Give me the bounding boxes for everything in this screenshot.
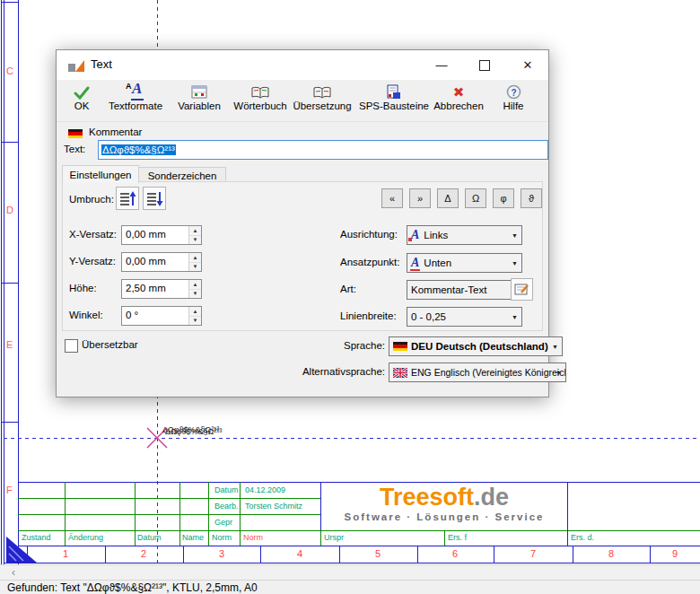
tab-einstellungen[interactable]: Einstellungen: [62, 165, 139, 183]
align-left-icon: A: [411, 229, 419, 241]
uk-flag-icon: [393, 368, 407, 378]
char-button-theta[interactable]: ϑ: [521, 188, 542, 208]
titleblock-line: [567, 482, 568, 546]
char-button-omega[interactable]: Ω: [465, 188, 486, 208]
uebersetzbar-checkbox[interactable]: [65, 339, 78, 353]
wrap-down-button[interactable]: [143, 187, 166, 210]
titleblock-line: [18, 546, 700, 546]
column-number: 7: [523, 548, 543, 559]
fold-mark-triangle: [5, 536, 38, 563]
zone-divider: [1, 2, 18, 3]
variablen-button[interactable]: Variablen: [172, 83, 226, 119]
zone-divider: [1, 422, 18, 423]
titleblock-tick: [339, 546, 340, 563]
textformate-button-label: Textformate: [109, 100, 162, 111]
y-versatz-label: Y-Versatz:: [69, 256, 116, 266]
abbrechen-button[interactable]: ✖ Abbrechen: [430, 83, 487, 119]
column-number: 8: [601, 548, 621, 559]
alternativsprache-label: Alternativsprache:: [191, 366, 385, 377]
y-versatz-value: 0,00 mm: [126, 256, 166, 266]
x-versatz-input[interactable]: 0,00 mm ▲▼: [121, 225, 202, 245]
titleblock-tick: [573, 546, 573, 563]
char-button-phi[interactable]: φ: [493, 188, 514, 208]
zone-divider: [1, 283, 18, 284]
dialog-title: Text: [91, 57, 112, 71]
dialog-toolbar: OK AA Textformate Varia: [57, 80, 548, 122]
x-versatz-value: 0,00 mm: [126, 229, 166, 240]
art-properties-button[interactable]: [511, 278, 533, 301]
sprache-dropdown[interactable]: DEU Deutsch (Deutschland) ▼: [389, 336, 563, 356]
winkel-label: Winkel:: [69, 310, 103, 320]
horizontal-scrollbar[interactable]: ‹: [0, 564, 700, 581]
alternativsprache-dropdown[interactable]: ENG Englisch (Vereinigtes Königreich) ▼: [389, 363, 566, 382]
hilfe-button[interactable]: ? Hilfe: [496, 83, 530, 119]
sprache-value: DEU Deutsch (Deutschland): [411, 341, 548, 352]
titleblock-row-value: 04.12.2009: [245, 485, 285, 494]
dialog-titlebar[interactable]: Text — ✕: [57, 50, 548, 80]
titleblock-col-label: Norm: [212, 533, 232, 542]
uebersetzung-button-label: Übersetzung: [293, 100, 351, 111]
german-flag-icon: [393, 342, 407, 351]
x-versatz-label: X-Versatz:: [69, 229, 117, 240]
ansatzpunkt-label: Ansatzpunkt:: [340, 257, 399, 267]
ansatzpunkt-dropdown[interactable]: A Unten ▼: [407, 253, 522, 273]
titleblock-col-label-norm: Norm: [243, 533, 263, 542]
linienbreite-dropdown[interactable]: 0 - 0,25 ▼: [407, 307, 522, 327]
y-versatz-input[interactable]: 0,00 mm ▲▼: [121, 252, 202, 272]
hoehe-spinner[interactable]: ▲▼: [188, 280, 201, 298]
titleblock-col-label: Ers. d.: [571, 533, 594, 542]
dictionary-book-icon: [251, 83, 269, 100]
ok-button[interactable]: OK: [64, 83, 100, 119]
linienbreite-value: 0 - 0,25: [411, 311, 446, 322]
ausrichtung-value: Links: [424, 230, 448, 240]
properties-form-icon: [514, 283, 529, 296]
sps-bausteine-button[interactable]: SPS-Bausteine: [356, 83, 432, 119]
titleblock-tick: [650, 546, 651, 563]
uebersetzung-button[interactable]: Übersetzung: [290, 83, 354, 119]
column-number: 9: [665, 548, 685, 559]
titleblock-line: [320, 530, 321, 546]
titleblock-line: [4, 563, 700, 563]
comment-label: Kommentar: [89, 127, 142, 137]
textformate-button[interactable]: AA Textformate: [102, 83, 169, 119]
art-value: Kommentar-Text: [411, 284, 486, 295]
zone-divider: [1, 142, 18, 143]
column-number: 6: [445, 548, 465, 559]
char-button-laquo[interactable]: «: [381, 188, 403, 208]
winkel-spinner[interactable]: ▲▼: [188, 307, 201, 325]
column-number: 3: [212, 548, 232, 559]
ausrichtung-dropdown[interactable]: A Links ▼: [407, 225, 522, 245]
titleblock-line: [444, 530, 445, 546]
char-button-delta[interactable]: Δ: [437, 188, 459, 208]
woerterbuch-button[interactable]: Wörterbuch: [230, 83, 291, 119]
lines-arrow-up-icon: [118, 190, 136, 207]
titleblock-row-label: Datum: [214, 485, 239, 494]
titleblock-col-label: Name: [182, 533, 204, 542]
char-button-raquo[interactable]: »: [409, 188, 431, 208]
scroll-left-arrow-icon[interactable]: ‹: [5, 565, 22, 580]
minimize-button[interactable]: —: [421, 50, 462, 80]
maximize-button[interactable]: [464, 50, 505, 80]
titleblock-tick: [183, 546, 184, 563]
titleblock-tick: [417, 546, 418, 563]
cad-workspace: C D E F ΔΩφϑ$%&§Ω²¹³ ΔΩφϑ$%&§Ω²¹³ Datum …: [0, 0, 700, 594]
logo-tagline: Software · Lösungen · Service: [321, 511, 567, 523]
y-versatz-spinner[interactable]: ▲▼: [188, 253, 201, 271]
umbruch-label: Umbruch:: [69, 194, 114, 205]
x-versatz-spinner[interactable]: ▲▼: [188, 226, 201, 244]
close-button[interactable]: ✕: [507, 50, 548, 80]
titleblock-tick: [260, 546, 261, 563]
titleblock-tick: [494, 546, 494, 563]
text-input[interactable]: ΔΩφϑ$%&§Ω²¹³: [98, 140, 548, 160]
wrap-up-button[interactable]: [116, 187, 139, 210]
hoehe-input[interactable]: 2,50 mm ▲▼: [121, 279, 202, 299]
titleblock-line: [18, 514, 320, 515]
titleblock-row-label: Bearb.: [214, 502, 239, 511]
titleblock-row-value: Torsten Schmitz: [245, 502, 302, 511]
winkel-input[interactable]: 0 ° ▲▼: [121, 306, 202, 326]
art-dropdown[interactable]: Kommentar-Text ▼: [407, 280, 522, 300]
zone-column-line: [18, 0, 19, 564]
column-number: 4: [290, 548, 310, 559]
linienbreite-label: Linienbreite:: [340, 310, 397, 321]
chevron-down-icon: ▼: [512, 232, 518, 239]
